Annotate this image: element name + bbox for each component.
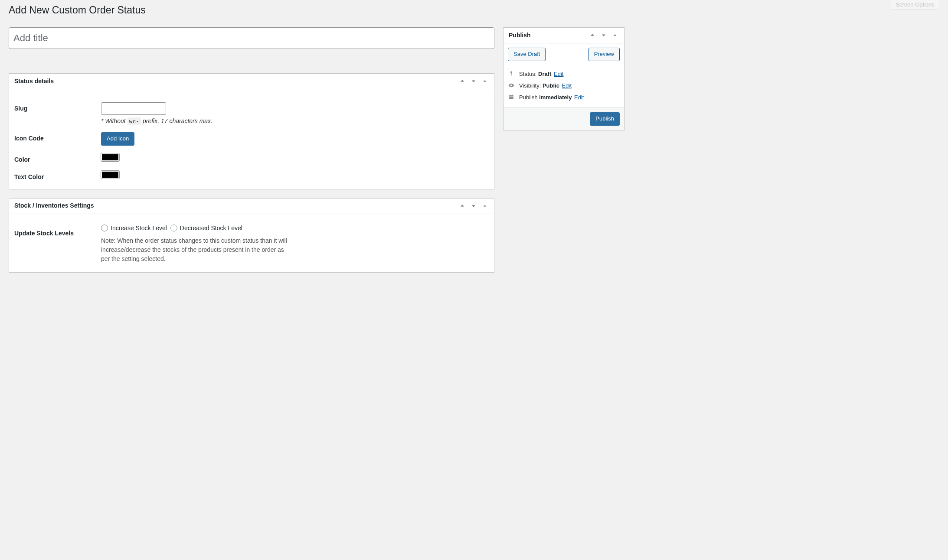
panel-move-down-icon[interactable] [598,27,609,43]
panel-toggle-icon[interactable] [609,27,621,43]
visibility-label: Visibility: Public Edit [519,82,572,89]
schedule-label: Publish immediately Edit [519,94,584,101]
panel-move-down-icon[interactable] [468,198,479,214]
panel-move-up-icon[interactable] [457,198,468,214]
text-color-label: Text Color [14,171,101,180]
title-input[interactable] [9,27,494,49]
pin-icon [508,71,515,77]
status-label: Status: Draft Edit [519,71,563,77]
stock-note: Note: When the order status changes to t… [101,236,288,264]
panel-move-down-icon[interactable] [468,73,479,89]
stock-settings-box: Stock / Inventories Settings Update Stoc… [9,198,494,273]
slug-hint: * Without wc- prefix, 17 characters max. [101,117,489,124]
panel-toggle-icon[interactable] [479,73,490,89]
publish-heading: Publish [509,31,531,40]
page-title: Add New Custom Order Status [9,0,624,19]
radio-icon [101,225,108,231]
slug-input[interactable] [101,102,166,115]
edit-schedule-link[interactable]: Edit [574,94,584,101]
edit-status-link[interactable]: Edit [554,71,563,77]
slug-label: Slug [14,102,101,112]
increase-stock-radio[interactable]: Increase Stock Level [101,225,167,231]
panel-toggle-icon[interactable] [479,198,490,214]
save-draft-button[interactable]: Save Draft [508,48,546,61]
status-details-box: Status details Slug * Without wc- prefi [9,73,494,189]
edit-visibility-link[interactable]: Edit [562,82,572,89]
decrease-stock-radio[interactable]: Decreased Stock Level [170,225,242,231]
panel-move-up-icon[interactable] [587,27,598,43]
calendar-icon [508,94,515,100]
publish-button[interactable]: Publish [590,112,620,126]
color-label: Color [14,153,101,163]
screen-options-tab[interactable]: Screen Options [891,0,939,10]
panel-move-up-icon[interactable] [457,73,468,89]
add-icon-button[interactable]: Add Icon [101,132,134,146]
publish-box: Publish Save Draft Preview [503,27,624,130]
eye-icon [508,82,515,88]
text-color-swatch[interactable] [101,171,119,179]
stock-settings-heading: Stock / Inventories Settings [14,202,94,210]
icon-code-label: Icon Code [14,132,101,142]
update-stock-label: Update Stock Levels [14,227,101,237]
preview-button[interactable]: Preview [588,48,620,61]
radio-icon [170,225,177,231]
color-swatch[interactable] [101,153,119,161]
status-details-heading: Status details [14,77,54,86]
